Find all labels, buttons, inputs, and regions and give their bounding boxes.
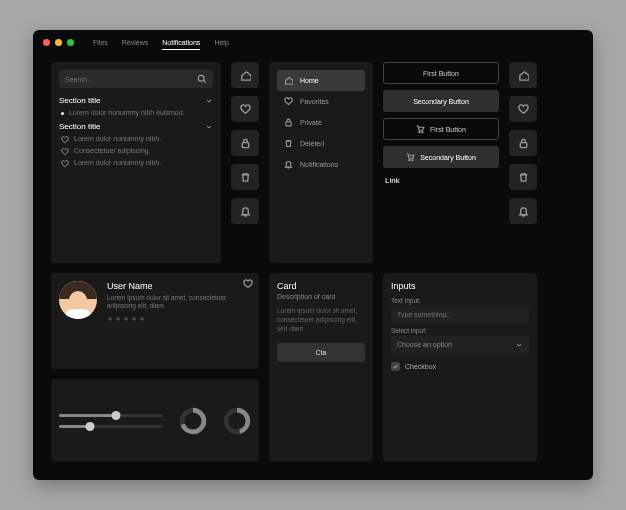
menu-help[interactable]: Help	[214, 39, 228, 46]
card-title: Card	[277, 281, 365, 291]
home-icon	[518, 70, 529, 81]
select-input-label: Select input:	[391, 327, 529, 334]
section-b-header[interactable]: Section title	[59, 122, 213, 131]
sliders-panel	[51, 379, 259, 462]
delete-icon-button[interactable]	[231, 164, 259, 190]
nav-notifications[interactable]: Notifications	[277, 154, 365, 175]
lock-icon	[240, 138, 251, 149]
slider-a[interactable]	[59, 414, 163, 417]
text-input-label: Text input:	[391, 297, 529, 304]
sections-panel: Section title Lorem dolor nonummy nibh e…	[51, 62, 221, 263]
lock-icon	[284, 118, 293, 127]
menu-files[interactable]: Files	[93, 39, 108, 46]
inputs-title: Inputs	[391, 281, 529, 291]
menu-reviews[interactable]: Reviews	[122, 39, 148, 46]
lock-icon-button[interactable]	[231, 130, 259, 156]
chevron-down-icon	[515, 341, 523, 349]
titlebar: Files Reviews Notifications Help	[33, 30, 593, 54]
list-item: Lorem dolor nonummy nibh.	[61, 135, 213, 144]
app-window: Files Reviews Notifications Help Section…	[33, 30, 593, 480]
slider-b[interactable]	[59, 425, 163, 428]
chevron-down-icon	[205, 97, 213, 105]
section-a-header[interactable]: Section title	[59, 96, 213, 105]
text-input[interactable]	[391, 306, 529, 323]
favorite-toggle[interactable]	[243, 279, 253, 289]
link-button[interactable]: Link	[383, 174, 499, 187]
delete-icon-button[interactable]	[509, 164, 537, 190]
user-name: User Name	[107, 281, 251, 291]
first-button[interactable]: First Button	[383, 62, 499, 84]
heart-icon	[61, 160, 69, 168]
nav-private[interactable]: Private	[277, 112, 365, 133]
star-icon: ★	[107, 315, 113, 323]
favorite-icon-button[interactable]	[509, 96, 537, 122]
card-body: Lorem ipsum dolor sit amet, consectetuer…	[277, 306, 365, 333]
chevron-down-icon	[205, 123, 213, 131]
section-a-title: Section title	[59, 96, 100, 105]
card-panel: Card Description of card Lorem ipsum dol…	[269, 273, 373, 462]
nav-home[interactable]: Home	[277, 70, 365, 91]
notifications-icon-button[interactable]	[509, 198, 537, 224]
maximize-window-button[interactable]	[67, 39, 74, 46]
bell-icon	[518, 206, 529, 217]
donut-chart-b	[223, 407, 251, 435]
card-subtitle: Description of card	[277, 293, 365, 300]
star-icon: ★	[131, 315, 137, 323]
search-icon	[197, 74, 207, 84]
menu-notifications[interactable]: Notifications	[162, 39, 200, 46]
lock-icon	[518, 138, 529, 149]
bell-icon	[284, 160, 293, 169]
list-item: Lorem dolor nonummy nibh euismod.	[61, 109, 213, 116]
inputs-panel: Inputs Text input: Select input: Choose …	[383, 273, 537, 462]
home-icon	[284, 76, 293, 85]
section-b-title: Section title	[59, 122, 100, 131]
rating-stars[interactable]: ★★★★★	[107, 315, 251, 323]
donut-chart-a	[179, 407, 207, 435]
search-field[interactable]	[59, 70, 213, 88]
icon-rail-right	[509, 62, 537, 263]
home-icon	[240, 70, 251, 81]
icon-rail-left	[231, 62, 259, 263]
cart-icon	[416, 125, 425, 134]
star-icon: ★	[115, 315, 121, 323]
notifications-icon-button[interactable]	[231, 198, 259, 224]
bell-icon	[240, 206, 251, 217]
cart-icon	[406, 153, 415, 162]
cta-button[interactable]: Cta	[277, 343, 365, 362]
select-input[interactable]: Choose an option	[391, 336, 529, 354]
checkbox[interactable]: Checkbox	[391, 362, 529, 371]
trash-icon	[284, 139, 293, 148]
heart-icon	[61, 136, 69, 144]
checkbox-box	[391, 362, 400, 371]
user-description: Lorem ipsum dolor sit amet, consectetuer…	[107, 294, 251, 311]
close-window-button[interactable]	[43, 39, 50, 46]
cart-secondary-button[interactable]: Secondary Button	[383, 146, 499, 168]
heart-icon	[240, 104, 251, 115]
lock-icon-button[interactable]	[509, 130, 537, 156]
search-input[interactable]	[65, 76, 197, 83]
secondary-button[interactable]: Secondary Button	[383, 90, 499, 112]
menubar: Files Reviews Notifications Help	[79, 39, 229, 46]
nav-favorites[interactable]: Favorites	[277, 91, 365, 112]
trash-icon	[518, 172, 529, 183]
cart-first-button[interactable]: First Button	[383, 118, 499, 140]
trash-icon	[240, 172, 251, 183]
heart-icon	[284, 97, 293, 106]
list-item: Consectetuer adipiscing.	[61, 147, 213, 156]
home-icon-button[interactable]	[231, 62, 259, 88]
user-card: User Name Lorem ipsum dolor sit amet, co…	[51, 273, 259, 370]
nav-deleted[interactable]: Deleted	[277, 133, 365, 154]
heart-icon	[518, 104, 529, 115]
buttons-panel: First Button Secondary Button First Butt…	[383, 62, 499, 263]
heart-icon	[61, 148, 69, 156]
star-icon: ★	[123, 315, 129, 323]
list-item: Lorem dolor nonummy nibh.	[61, 159, 213, 168]
favorite-icon-button[interactable]	[231, 96, 259, 122]
nav-panel: Home Favorites Private Deleted Notificat…	[269, 62, 373, 263]
minimize-window-button[interactable]	[55, 39, 62, 46]
star-icon: ★	[139, 315, 145, 323]
check-icon	[392, 363, 399, 370]
avatar	[59, 281, 97, 319]
home-icon-button[interactable]	[509, 62, 537, 88]
